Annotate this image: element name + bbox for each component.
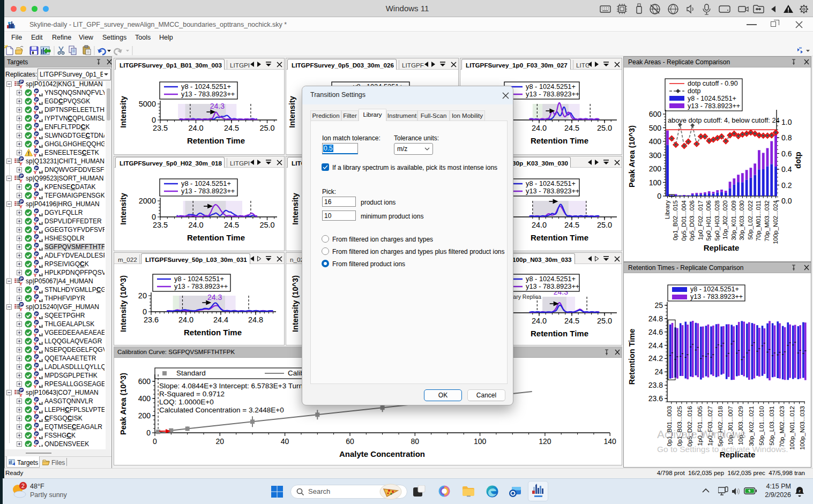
svg-text:80: 80 xyxy=(411,437,420,446)
svg-text:Y: Y xyxy=(34,443,38,447)
svg-text:y8 - 1024.5251+: y8 - 1024.5251+ xyxy=(181,82,231,91)
svg-text:P: P xyxy=(20,80,23,84)
svg-text:Y: Y xyxy=(34,229,38,235)
svg-text:140: 140 xyxy=(604,437,617,446)
svg-text:P: P xyxy=(20,302,23,307)
svg-text:Replicate: Replicate xyxy=(704,243,740,252)
svg-text:Y: Y xyxy=(34,324,38,329)
svg-text:600: 600 xyxy=(138,377,151,386)
svg-text:200: 200 xyxy=(649,164,662,173)
svg-text:Y: Y xyxy=(34,212,38,217)
svg-text:100p_N02...024: 100p_N02...024 xyxy=(772,200,779,244)
svg-text:lary Replica: lary Replica xyxy=(512,294,541,300)
svg-text:Y: Y xyxy=(34,383,38,389)
svg-text:23.6: 23.6 xyxy=(648,394,663,403)
svg-text:24.0: 24.0 xyxy=(188,221,203,229)
svg-text:Go to Settings to activate Win: Go to Settings to activate Windows. xyxy=(657,445,788,454)
svg-text:24.3: 24.3 xyxy=(210,102,225,110)
svg-text:y13 - 783.8923++: y13 - 783.8923++ xyxy=(174,282,228,290)
svg-text:100: 100 xyxy=(649,178,662,187)
svg-text:0p5_D03...026: 0p5_D03...026 xyxy=(689,200,695,240)
svg-text:Y: Y xyxy=(19,84,23,88)
svg-text:25.0: 25.0 xyxy=(597,317,612,325)
svg-text:Y: Y xyxy=(34,272,38,277)
svg-text:Y: Y xyxy=(34,289,38,295)
svg-text:dotp cutoff - 0.90: dotp cutoff - 0.90 xyxy=(688,80,738,87)
svg-text:70p_M01...011: 70p_M01...011 xyxy=(755,200,762,241)
svg-text:Y: Y xyxy=(34,409,38,415)
svg-text:30p_K03...030: 30p_K03...030 xyxy=(739,200,745,240)
svg-text:24.4: 24.4 xyxy=(648,341,663,350)
svg-text:24.3: 24.3 xyxy=(207,293,222,302)
svg-text:30p_K02...021: 30p_K02...021 xyxy=(748,406,755,446)
svg-text:0: 0 xyxy=(152,116,156,124)
svg-text:0: 0 xyxy=(657,192,661,200)
svg-text:Y: Y xyxy=(34,118,38,123)
svg-text:Y: Y xyxy=(34,332,38,337)
svg-text:y8 - 1024.5251+: y8 - 1024.5251+ xyxy=(690,285,739,293)
svg-text:20: 20 xyxy=(216,437,225,446)
svg-text:200: 200 xyxy=(138,411,151,420)
svg-text:P: P xyxy=(20,174,23,178)
svg-text:24.8: 24.8 xyxy=(248,315,263,324)
svg-text:600: 600 xyxy=(649,110,662,118)
svg-text:24.0: 24.0 xyxy=(532,124,547,132)
svg-text:0.2: 0.2 xyxy=(781,181,792,190)
svg-text:24.8: 24.8 xyxy=(648,314,663,323)
svg-text:23.5: 23.5 xyxy=(153,124,168,132)
svg-text:y8 - 1024.5251+: y8 - 1024.5251+ xyxy=(526,179,576,187)
svg-text:Intensity: Intensity xyxy=(288,96,296,128)
svg-text:20: 20 xyxy=(138,291,147,300)
svg-text:Y: Y xyxy=(34,246,38,252)
svg-text:P: P xyxy=(20,388,23,393)
svg-text:2000: 2000 xyxy=(139,197,156,205)
svg-text:Y: Y xyxy=(34,169,38,175)
svg-text:300: 300 xyxy=(649,151,662,160)
svg-text:50p_L03...031: 50p_L03...031 xyxy=(769,406,775,446)
svg-text:70p_M03...032: 70p_M03...032 xyxy=(764,200,770,242)
svg-text:Y: Y xyxy=(34,195,38,200)
svg-text:1p0_F02...017: 1p0_F02...017 xyxy=(697,200,704,240)
svg-text:y13 - 783.8923++: y13 - 783.8923++ xyxy=(526,282,579,290)
svg-text:dotp: dotp xyxy=(688,87,700,95)
svg-text:Retention Time: Retention Time xyxy=(184,328,242,337)
svg-text:Y: Y xyxy=(34,109,38,115)
svg-text:23.6: 23.6 xyxy=(144,315,159,324)
svg-text:Analyte Concentration: Analyte Concentration xyxy=(339,449,425,458)
svg-text:y8 - 1024.5251+: y8 - 1024.5251+ xyxy=(174,275,224,283)
svg-text:Y: Y xyxy=(19,178,23,183)
svg-text:24.5: 24.5 xyxy=(224,124,239,132)
svg-text:Retention Time: Retention Time xyxy=(187,233,245,242)
svg-text:25.0: 25.0 xyxy=(259,221,274,229)
svg-text:5p0_H03...028: 5p0_H03...028 xyxy=(714,200,720,240)
svg-text:24: 24 xyxy=(654,367,663,376)
svg-text:Retention Time: Retention Time xyxy=(531,233,588,242)
svg-text:R-Squared = 0.9712: R-Squared = 0.9712 xyxy=(159,390,225,398)
svg-text:y8 - 1024.5251+: y8 - 1024.5251+ xyxy=(181,179,231,187)
svg-text:50p_L01...010: 50p_L01...010 xyxy=(758,406,765,446)
svg-text:Y: Y xyxy=(34,366,38,372)
svg-text:y13 - 783.8923++: y13 - 783.8923++ xyxy=(690,293,743,300)
svg-text:y8 - 1024.5251+: y8 - 1024.5251+ xyxy=(526,82,576,91)
svg-text:70p_M02...023: 70p_M02...023 xyxy=(779,406,785,447)
svg-text:60: 60 xyxy=(346,437,354,446)
svg-text:Y: Y xyxy=(19,307,23,311)
svg-text:0.8: 0.8 xyxy=(781,133,792,142)
svg-text:Y: Y xyxy=(34,426,38,432)
svg-text:Y: Y xyxy=(19,393,23,397)
svg-text:23.8: 23.8 xyxy=(648,381,663,389)
svg-text:5000: 5000 xyxy=(139,100,156,108)
svg-text:y13 - 783.8923++: y13 - 783.8923++ xyxy=(181,187,235,195)
svg-text:Y: Y xyxy=(34,315,38,320)
svg-text:0: 0 xyxy=(146,428,151,437)
svg-text:Intensity: Intensity xyxy=(119,96,128,128)
svg-text:Y: Y xyxy=(34,375,38,380)
svg-text:Y: Y xyxy=(34,238,38,243)
svg-text:Y: Y xyxy=(34,401,38,406)
svg-text:Y: Y xyxy=(34,186,38,192)
svg-text:24.2: 24.2 xyxy=(648,354,663,363)
svg-text:40: 40 xyxy=(281,437,289,446)
svg-text:24.0: 24.0 xyxy=(178,315,193,324)
svg-text:P: P xyxy=(20,156,23,161)
svg-text:0p1_B02...015: 0p1_B02...015 xyxy=(672,200,678,240)
